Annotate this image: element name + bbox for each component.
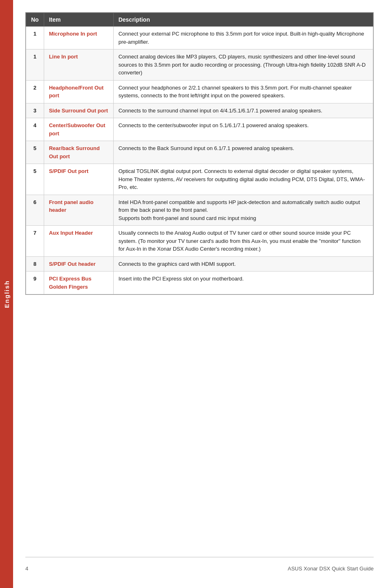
document-title: ASUS Xonar DSX Quick Start Guide [288,566,374,572]
cell-no: 7 [26,226,44,257]
table-row: 3Side Surround Out portConnects to the s… [26,103,373,118]
table-row: 2Headphone/Front Out portConnect your he… [26,80,373,103]
table-row: 1Line In portConnect analog devices like… [26,49,373,81]
cell-no: 2 [26,80,44,103]
cell-item: Line In port [44,49,113,81]
table-row: 5Rear/back Surround Out portConnects to … [26,141,373,164]
cell-description: Connects to the graphics card with HDMI … [113,256,373,272]
cell-no: 1 [26,27,44,49]
cell-no: 8 [26,256,44,272]
cell-item: Aux Input Header [44,226,113,257]
cell-no: 5 [26,164,44,195]
cell-item: Center/Subwoofer Out port [44,118,113,141]
cell-no: 4 [26,118,44,141]
table-row: 4Center/Subwoofer Out portConnects to th… [26,118,373,141]
cell-no: 6 [26,195,44,226]
cell-no: 3 [26,103,44,118]
main-content: No Item Description 1Microphone In portC… [13,0,390,588]
sidebar: English [0,0,13,588]
table-container: No Item Description 1Microphone In portC… [25,12,374,295]
cell-description: Connects to the Back Surround input on 6… [113,141,373,164]
cell-item: Rear/back Surround Out port [44,141,113,164]
page-footer: 4 ASUS Xonar DSX Quick Start Guide [25,557,374,572]
cell-description: Connects to the center/subwoofer input o… [113,118,373,141]
cell-no: 9 [26,272,44,294]
cell-item: S/PDIF Out port [44,164,113,195]
cell-description: Usually connects to the Analog Audio out… [113,226,373,257]
table-row: 8S/PDIF Out headerConnects to the graphi… [26,256,373,272]
cell-no: 1 [26,49,44,81]
table-row: 6Front panel audio headerIntel HDA front… [26,195,373,226]
table-row: 7Aux Input HeaderUsually connects to the… [26,226,373,257]
cell-description: Connects to the surround channel input o… [113,103,373,118]
table-row: 5S/PDIF Out portOptical TOSLINK digital … [26,164,373,195]
table-header-row: No Item Description [26,13,373,27]
cell-no: 5 [26,141,44,164]
sidebar-label: English [3,280,10,308]
cell-item: S/PDIF Out header [44,256,113,272]
header-description: Description [113,13,373,27]
cell-item: Microphone In port [44,27,113,49]
cell-item: Headphone/Front Out port [44,80,113,103]
cell-description: Insert into the PCI Express slot on your… [113,272,373,294]
cell-description: Optical TOSLINK digital output port. Con… [113,164,373,195]
cell-item: Front panel audio header [44,195,113,226]
cell-description: Connect analog devices like MP3 players,… [113,49,373,81]
page-number: 4 [25,566,28,572]
table-row: 9PCI Express Bus Golden FingersInsert in… [26,272,373,294]
cell-item: PCI Express Bus Golden Fingers [44,272,113,294]
cell-description: Connect your headphones or 2/2.1 channel… [113,80,373,103]
header-item: Item [44,13,113,27]
components-table: No Item Description 1Microphone In portC… [26,13,373,294]
cell-description: Intel HDA front-panel compatible and sup… [113,195,373,226]
cell-item: Side Surround Out port [44,103,113,118]
table-row: 1Microphone In portConnect your external… [26,27,373,49]
header-no: No [26,13,44,27]
cell-description: Connect your external PC microphone to t… [113,27,373,49]
